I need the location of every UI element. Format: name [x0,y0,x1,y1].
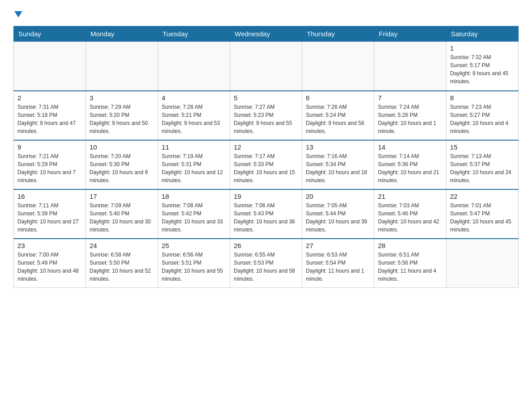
day-number: 9 [17,143,82,151]
calendar-cell: 28Sunrise: 6:51 AM Sunset: 5:56 PM Dayli… [374,239,446,288]
weekday-header-monday: Monday [86,26,158,42]
weekday-header-row: SundayMondayTuesdayWednesdayThursdayFrid… [14,26,519,42]
calendar-cell [374,42,446,91]
day-number: 1 [450,44,515,52]
day-info: Sunrise: 7:21 AM Sunset: 5:29 PM Dayligh… [17,152,82,184]
calendar-cell [14,42,86,91]
calendar-cell: 5Sunrise: 7:27 AM Sunset: 5:23 PM Daylig… [230,91,302,140]
day-number: 25 [162,242,226,249]
day-info: Sunrise: 6:55 AM Sunset: 5:53 PM Dayligh… [234,251,298,283]
day-number: 2 [17,94,82,102]
calendar-cell [446,239,519,288]
week-row-1: 1Sunrise: 7:32 AM Sunset: 5:17 PM Daylig… [14,42,519,91]
day-number: 20 [306,193,370,200]
weekday-header-thursday: Thursday [302,26,374,42]
weekday-header-saturday: Saturday [446,26,519,42]
weekday-header-wednesday: Wednesday [230,26,302,42]
page-header [13,9,519,19]
day-number: 18 [162,193,226,200]
logo [13,9,22,19]
day-info: Sunrise: 7:06 AM Sunset: 5:43 PM Dayligh… [234,201,298,234]
logo-top [13,9,22,19]
calendar-cell: 3Sunrise: 7:29 AM Sunset: 5:20 PM Daylig… [86,91,158,140]
day-number: 24 [90,242,154,249]
day-info: Sunrise: 7:13 AM Sunset: 5:37 PM Dayligh… [450,152,515,184]
day-info: Sunrise: 6:51 AM Sunset: 5:56 PM Dayligh… [378,251,442,283]
day-number: 15 [450,143,515,151]
weekday-header-tuesday: Tuesday [158,26,230,42]
calendar-cell: 25Sunrise: 6:56 AM Sunset: 5:51 PM Dayli… [158,239,230,288]
calendar-header: SundayMondayTuesdayWednesdayThursdayFrid… [14,26,519,42]
calendar-cell: 23Sunrise: 7:00 AM Sunset: 5:49 PM Dayli… [14,239,86,288]
day-info: Sunrise: 7:05 AM Sunset: 5:44 PM Dayligh… [306,201,370,234]
calendar-cell: 9Sunrise: 7:21 AM Sunset: 5:29 PM Daylig… [14,140,86,189]
day-number: 12 [234,143,298,151]
week-row-2: 2Sunrise: 7:31 AM Sunset: 5:18 PM Daylig… [14,91,519,140]
day-number: 4 [162,94,226,102]
day-info: Sunrise: 7:08 AM Sunset: 5:42 PM Dayligh… [162,201,226,234]
calendar-cell: 24Sunrise: 6:58 AM Sunset: 5:50 PM Dayli… [86,239,158,288]
day-number: 10 [90,143,154,151]
week-row-5: 23Sunrise: 7:00 AM Sunset: 5:49 PM Dayli… [14,239,519,288]
calendar-cell: 26Sunrise: 6:55 AM Sunset: 5:53 PM Dayli… [230,239,302,288]
calendar-cell: 1Sunrise: 7:32 AM Sunset: 5:17 PM Daylig… [446,42,519,91]
weekday-header-friday: Friday [374,26,446,42]
calendar-table: SundayMondayTuesdayWednesdayThursdayFrid… [13,26,519,288]
calendar-cell [158,42,230,91]
day-number: 21 [378,193,442,200]
day-number: 5 [234,94,298,102]
day-info: Sunrise: 7:09 AM Sunset: 5:40 PM Dayligh… [90,201,154,234]
day-number: 27 [306,242,370,249]
calendar-cell: 11Sunrise: 7:19 AM Sunset: 5:31 PM Dayli… [158,140,230,189]
calendar-cell: 16Sunrise: 7:11 AM Sunset: 5:39 PM Dayli… [14,189,86,239]
day-number: 3 [90,94,154,102]
calendar-cell [230,42,302,91]
day-info: Sunrise: 7:28 AM Sunset: 5:21 PM Dayligh… [162,103,226,135]
day-info: Sunrise: 7:01 AM Sunset: 5:47 PM Dayligh… [450,201,515,234]
day-number: 13 [306,143,370,151]
day-info: Sunrise: 7:03 AM Sunset: 5:46 PM Dayligh… [378,201,442,234]
calendar-cell: 22Sunrise: 7:01 AM Sunset: 5:47 PM Dayli… [446,189,519,239]
day-number: 23 [17,242,82,249]
logo-arrow-icon [14,11,22,17]
calendar-cell: 15Sunrise: 7:13 AM Sunset: 5:37 PM Dayli… [446,140,519,189]
day-number: 8 [450,94,515,102]
day-number: 22 [450,193,515,200]
calendar-cell: 14Sunrise: 7:14 AM Sunset: 5:36 PM Dayli… [374,140,446,189]
day-info: Sunrise: 7:11 AM Sunset: 5:39 PM Dayligh… [17,201,82,234]
day-info: Sunrise: 7:20 AM Sunset: 5:30 PM Dayligh… [90,152,154,184]
day-info: Sunrise: 6:58 AM Sunset: 5:50 PM Dayligh… [90,251,154,283]
day-info: Sunrise: 7:19 AM Sunset: 5:31 PM Dayligh… [162,152,226,184]
day-info: Sunrise: 6:53 AM Sunset: 5:54 PM Dayligh… [306,251,370,283]
day-info: Sunrise: 7:31 AM Sunset: 5:18 PM Dayligh… [17,103,82,135]
day-info: Sunrise: 7:32 AM Sunset: 5:17 PM Dayligh… [450,53,515,86]
day-info: Sunrise: 7:27 AM Sunset: 5:23 PM Dayligh… [234,103,298,135]
day-number: 19 [234,193,298,200]
calendar-cell: 19Sunrise: 7:06 AM Sunset: 5:43 PM Dayli… [230,189,302,239]
calendar-cell: 13Sunrise: 7:16 AM Sunset: 5:34 PM Dayli… [302,140,374,189]
day-info: Sunrise: 7:24 AM Sunset: 5:26 PM Dayligh… [378,103,442,135]
day-number: 14 [378,143,442,151]
calendar-body: 1Sunrise: 7:32 AM Sunset: 5:17 PM Daylig… [14,42,519,288]
day-info: Sunrise: 7:14 AM Sunset: 5:36 PM Dayligh… [378,152,442,184]
calendar-cell [86,42,158,91]
day-info: Sunrise: 7:23 AM Sunset: 5:27 PM Dayligh… [450,103,515,135]
day-info: Sunrise: 7:00 AM Sunset: 5:49 PM Dayligh… [17,251,82,283]
calendar-cell: 21Sunrise: 7:03 AM Sunset: 5:46 PM Dayli… [374,189,446,239]
calendar-cell: 18Sunrise: 7:08 AM Sunset: 5:42 PM Dayli… [158,189,230,239]
day-number: 7 [378,94,442,102]
day-number: 6 [306,94,370,102]
weekday-header-sunday: Sunday [14,26,86,42]
calendar-cell: 8Sunrise: 7:23 AM Sunset: 5:27 PM Daylig… [446,91,519,140]
calendar-cell: 2Sunrise: 7:31 AM Sunset: 5:18 PM Daylig… [14,91,86,140]
day-number: 11 [162,143,226,151]
calendar-cell: 27Sunrise: 6:53 AM Sunset: 5:54 PM Dayli… [302,239,374,288]
day-info: Sunrise: 7:26 AM Sunset: 5:24 PM Dayligh… [306,103,370,135]
week-row-3: 9Sunrise: 7:21 AM Sunset: 5:29 PM Daylig… [14,140,519,189]
day-number: 26 [234,242,298,249]
day-info: Sunrise: 7:16 AM Sunset: 5:34 PM Dayligh… [306,152,370,184]
calendar-cell [302,42,374,91]
day-number: 16 [17,193,82,200]
day-info: Sunrise: 7:29 AM Sunset: 5:20 PM Dayligh… [90,103,154,135]
calendar-cell: 12Sunrise: 7:17 AM Sunset: 5:33 PM Dayli… [230,140,302,189]
